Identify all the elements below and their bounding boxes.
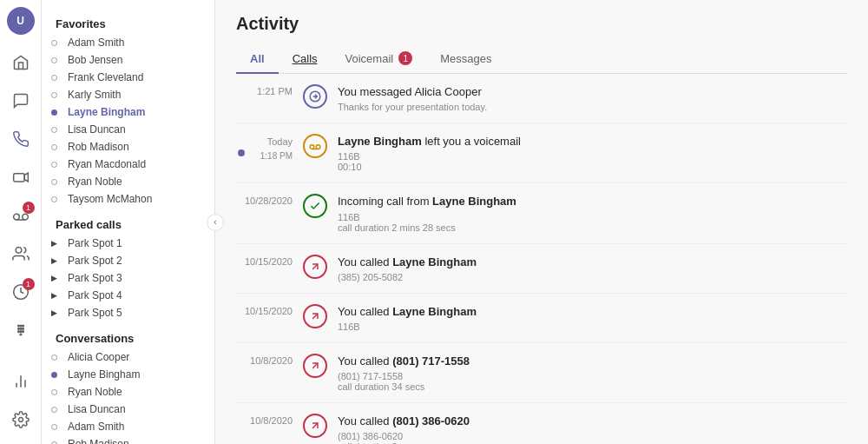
activity-item-1[interactable]: Today1:18 PM Layne Bingham left you a vo… bbox=[236, 123, 847, 183]
activity-time-3: 10/15/2020 bbox=[236, 255, 293, 267]
left-item-ryan-noble-conv[interactable]: Ryan Noble bbox=[42, 383, 214, 401]
svg-point-8 bbox=[22, 325, 23, 327]
left-item-alicia-cooper[interactable]: Alicia Cooper bbox=[42, 348, 214, 366]
activity-icon-4 bbox=[303, 304, 327, 328]
activity-time-0: 1:21 PM bbox=[236, 84, 293, 96]
tab-calls[interactable]: Calls bbox=[279, 44, 332, 74]
tab-voicemail[interactable]: Voicemail 1 bbox=[332, 44, 427, 74]
home-nav-icon[interactable] bbox=[3, 45, 38, 80]
unread-indicator bbox=[238, 149, 245, 156]
activity-main-1: Layne Bingham left you a voicemail bbox=[338, 134, 847, 149]
activity-time-4: 10/15/2020 bbox=[236, 304, 293, 316]
main-content: Activity All Calls Voicemail 1 Messages … bbox=[215, 0, 868, 444]
voicemail-nav-icon[interactable]: 1 bbox=[3, 198, 38, 233]
svg-point-7 bbox=[20, 325, 22, 327]
dialpad-nav-icon[interactable] bbox=[3, 313, 38, 348]
calls-nav-icon[interactable] bbox=[3, 122, 38, 156]
svg-point-11 bbox=[22, 328, 23, 330]
svg-line-25 bbox=[312, 314, 318, 319]
activity-sub-6: (801) 386-0620call duration 3 secs bbox=[338, 431, 847, 444]
left-item-lisa-duncan-conv[interactable]: Lisa Duncan bbox=[42, 401, 214, 418]
history-badge: 1 bbox=[23, 278, 35, 290]
left-item-adam-smith[interactable]: Adam Smith bbox=[42, 34, 214, 51]
left-item-frank-cleveland[interactable]: Frank Cleveland bbox=[42, 69, 214, 86]
left-item-park-spot-1[interactable]: ▶Park Spot 1 bbox=[42, 235, 214, 252]
user-avatar[interactable]: U bbox=[7, 7, 35, 35]
tab-all[interactable]: All bbox=[236, 44, 279, 74]
svg-point-14 bbox=[22, 331, 23, 333]
activity-item-3[interactable]: 10/15/2020 You called Layne Bingham (385… bbox=[236, 244, 847, 294]
activity-content-6: You called (801) 386-0620 (801) 386-0620… bbox=[338, 414, 847, 444]
left-item-rob-madison[interactable]: Rob Madison bbox=[42, 138, 214, 156]
left-item-park-spot-5[interactable]: ▶Park Spot 5 bbox=[42, 304, 214, 321]
history-nav-icon[interactable]: 1 bbox=[3, 275, 38, 309]
left-item-park-spot-3[interactable]: ▶Park Spot 3 bbox=[42, 269, 214, 287]
svg-point-2 bbox=[22, 214, 28, 220]
svg-point-15 bbox=[20, 334, 22, 335]
activity-icon-5 bbox=[303, 354, 327, 378]
tab-messages[interactable]: Messages bbox=[426, 44, 505, 74]
svg-point-1 bbox=[13, 214, 19, 220]
activity-sub-2: 116Bcall duration 2 mins 28 secs bbox=[338, 212, 847, 233]
left-item-bob-jensen[interactable]: Bob Jensen bbox=[42, 51, 214, 69]
collapse-panel-button[interactable]: ‹ bbox=[207, 214, 224, 231]
left-item-park-spot-2[interactable]: ▶Park Spot 2 bbox=[42, 252, 214, 269]
voicemail-badge: 1 bbox=[23, 202, 35, 214]
activity-sub-5: (801) 717-1558call duration 34 secs bbox=[338, 371, 847, 392]
activity-main-5: You called (801) 717-1558 bbox=[338, 354, 847, 369]
activity-main-6: You called (801) 386-0620 bbox=[338, 414, 847, 429]
left-item-park-spot-4[interactable]: ▶Park Spot 4 bbox=[42, 287, 214, 304]
settings-nav-icon[interactable] bbox=[3, 402, 38, 437]
left-item-taysom-mcmahon[interactable]: Taysom McMahon bbox=[42, 190, 214, 208]
activity-time-5: 10/8/2020 bbox=[236, 354, 293, 366]
svg-point-19 bbox=[18, 418, 23, 422]
activity-content-0: You messaged Alicia Cooper Thanks for yo… bbox=[338, 84, 847, 112]
activity-item-5[interactable]: 10/8/2020 You called (801) 717-1558 (801… bbox=[236, 343, 847, 403]
contacts-nav-icon[interactable] bbox=[3, 236, 38, 271]
activity-sub-3: (385) 205-5082 bbox=[338, 272, 847, 282]
activity-item-2[interactable]: 10/28/2020 Incoming call from Layne Bing… bbox=[236, 183, 847, 243]
left-item-layne-bingham-conv[interactable]: Layne Bingham bbox=[42, 366, 214, 383]
activity-content-5: You called (801) 717-1558 (801) 717-1558… bbox=[338, 354, 847, 392]
left-item-ryan-macdonald[interactable]: Ryan Macdonald bbox=[42, 156, 214, 173]
svg-line-24 bbox=[312, 264, 318, 269]
activity-list: 1:21 PM You messaged Alicia Cooper Thank… bbox=[215, 74, 868, 444]
left-item-rob-madison-conv[interactable]: Rob Madison bbox=[42, 435, 214, 444]
activity-time-1: Today1:18 PM bbox=[236, 134, 293, 162]
left-item-karly-smith[interactable]: Karly Smith bbox=[42, 86, 214, 103]
activity-main-0: You messaged Alicia Cooper bbox=[338, 84, 847, 100]
svg-point-12 bbox=[17, 331, 19, 333]
main-header: Activity All Calls Voicemail 1 Messages bbox=[215, 0, 868, 74]
left-item-ryan-noble-fav[interactable]: Ryan Noble bbox=[42, 173, 214, 190]
favorites-title: Favorites bbox=[42, 7, 214, 34]
activity-sub-1: 116B00:10 bbox=[338, 151, 847, 172]
conversations-title: Conversations bbox=[42, 321, 214, 348]
page-title: Activity bbox=[236, 14, 847, 34]
activity-sub-0: Thanks for your presentation today. bbox=[338, 102, 847, 112]
activity-content-2: Incoming call from Layne Bingham 116Bcal… bbox=[338, 194, 847, 232]
svg-point-9 bbox=[17, 328, 19, 330]
sidebar-icons: U 1 bbox=[0, 0, 42, 444]
voicemail-tab-badge: 1 bbox=[398, 51, 412, 65]
svg-point-4 bbox=[16, 248, 22, 254]
activity-content-3: You called Layne Bingham (385) 205-5082 bbox=[338, 255, 847, 282]
left-item-adam-smith-conv[interactable]: Adam Smith bbox=[42, 418, 214, 435]
chat-nav-icon[interactable] bbox=[3, 83, 38, 118]
tab-bar: All Calls Voicemail 1 Messages bbox=[236, 44, 847, 74]
activity-item-4[interactable]: 10/15/2020 You called Layne Bingham 116B bbox=[236, 294, 847, 343]
video-nav-icon[interactable] bbox=[3, 160, 38, 195]
activity-main-2: Incoming call from Layne Bingham bbox=[338, 194, 847, 209]
analytics-nav-icon[interactable] bbox=[3, 364, 38, 399]
left-item-layne-bingham-fav[interactable]: Layne Bingham bbox=[42, 103, 214, 121]
svg-point-13 bbox=[20, 331, 22, 333]
svg-line-26 bbox=[312, 363, 318, 368]
activity-sub-4: 116B bbox=[338, 321, 847, 332]
activity-icon-1 bbox=[303, 134, 327, 158]
activity-item-0[interactable]: 1:21 PM You messaged Alicia Cooper Thank… bbox=[236, 74, 847, 123]
conversations-section: Conversations Alicia Cooper Layne Bingha… bbox=[42, 321, 214, 444]
activity-main-3: You called Layne Bingham bbox=[338, 255, 847, 270]
activity-time-6: 10/8/2020 bbox=[236, 414, 293, 426]
activity-item-6[interactable]: 10/8/2020 You called (801) 386-0620 (801… bbox=[236, 403, 847, 444]
left-panel: Favorites Adam Smith Bob Jensen Frank Cl… bbox=[42, 0, 215, 444]
left-item-lisa-duncan[interactable]: Lisa Duncan bbox=[42, 121, 214, 138]
